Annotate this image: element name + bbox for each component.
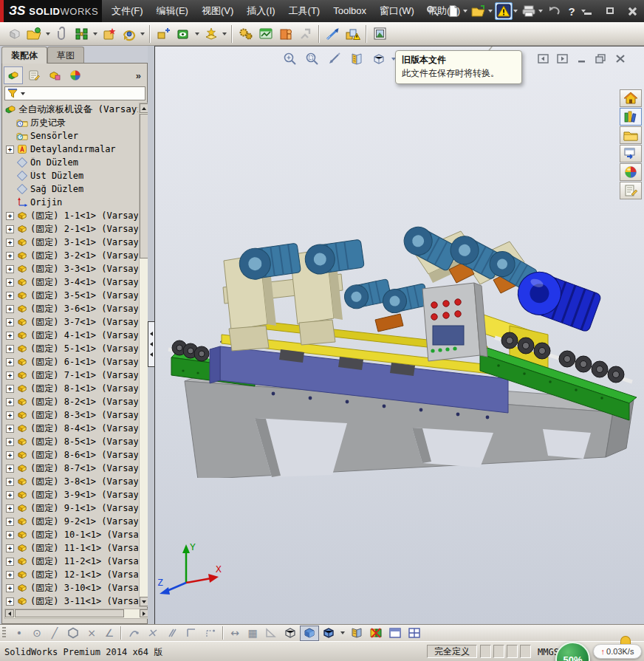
- expand-icon[interactable]: +: [6, 398, 14, 406]
- search-icon[interactable]: [426, 5, 438, 17]
- view-palette-tab[interactable]: [620, 145, 642, 162]
- save-old-version-button[interactable]: [495, 2, 513, 20]
- relation-tool-1-icon[interactable]: [124, 626, 143, 641]
- print-caret[interactable]: [538, 10, 543, 13]
- save-caret[interactable]: [513, 10, 518, 13]
- dimension-tool-icon[interactable]: ↔: [226, 626, 244, 640]
- appearances-scenes-tab[interactable]: [620, 163, 642, 181]
- document-close-button[interactable]: [614, 53, 626, 64]
- expand-icon[interactable]: +: [6, 371, 14, 380]
- expand-icon[interactable]: +: [6, 518, 14, 526]
- close-button[interactable]: [625, 5, 640, 16]
- tree-component[interactable]: +(固定) 3-2<1> (Varsayıla: [4, 249, 138, 262]
- expand-icon[interactable]: +: [6, 145, 14, 154]
- mate-caret[interactable]: [93, 32, 97, 35]
- tree-item-plane[interactable]: Ön Düzlem: [4, 156, 138, 169]
- grid-tool-icon[interactable]: ▦: [244, 626, 261, 640]
- expand-icon[interactable]: +: [6, 358, 14, 366]
- attachments-button[interactable]: [52, 24, 72, 44]
- maximize-button[interactable]: [603, 5, 617, 16]
- menu-file[interactable]: 文件(F): [105, 0, 150, 22]
- open-in-assembly-button[interactable]: [24, 24, 44, 44]
- menu-toolbox[interactable]: Toolbox: [326, 0, 373, 22]
- screen-capture-button[interactable]: [370, 24, 390, 44]
- new-document-caret[interactable]: [463, 10, 467, 13]
- tree-component[interactable]: +(固定) 3-4<1> (Varsayıla: [4, 275, 138, 289]
- section-view-button[interactable]: [347, 49, 366, 68]
- print-button[interactable]: [520, 2, 538, 20]
- measure-button[interactable]: [323, 24, 343, 44]
- menu-insert[interactable]: 插入(I): [240, 0, 281, 22]
- relation-tool-4-icon[interactable]: [182, 626, 201, 641]
- help-button[interactable]: ?: [563, 2, 580, 20]
- panel-collapse-handle[interactable]: [148, 321, 155, 367]
- insert-component-button[interactable]: [4, 24, 24, 44]
- expand-icon[interactable]: +: [6, 332, 14, 340]
- display-manager-tab[interactable]: [66, 66, 85, 84]
- panel-splitter[interactable]: [148, 46, 155, 624]
- tree-component[interactable]: +(固定) 5-1<1> (Varsayıla: [4, 342, 138, 355]
- rotate-component-button[interactable]: [119, 24, 139, 44]
- tree-component[interactable]: +(固定) 6-1<1> (Varsayıla: [4, 355, 138, 369]
- shaded-edges-style-button[interactable]: [319, 626, 338, 641]
- tree-component[interactable]: +(固定) 3-10<1> (Varsayıl: [4, 581, 138, 595]
- expand-icon[interactable]: +: [6, 597, 14, 606]
- no-section-button[interactable]: [366, 626, 386, 641]
- assembly-features-caret[interactable]: [222, 32, 227, 35]
- previous-window-button[interactable]: [537, 53, 549, 64]
- tree-component[interactable]: +(固定) 2-1<1> (Varsayıla: [4, 222, 138, 236]
- tree-component[interactable]: +(固定) 7-1<1> (Varsayıla: [4, 369, 138, 382]
- tree-item-hist[interactable]: 历史记录: [4, 116, 138, 129]
- expand-icon[interactable]: +: [6, 544, 14, 552]
- tree-component[interactable]: +(固定) 3-8<1> (Varsayıla: [4, 475, 138, 488]
- tree-component[interactable]: +(固定) 11-2<1> (Varsayıl: [4, 555, 138, 568]
- angle-tool-icon[interactable]: ∠: [100, 626, 118, 640]
- custom-properties-tab[interactable]: [620, 182, 642, 199]
- expand-icon[interactable]: +: [6, 558, 14, 566]
- expand-icon[interactable]: +: [6, 305, 14, 313]
- line-tool-icon[interactable]: ╱: [46, 626, 64, 640]
- design-library-tab[interactable]: [620, 108, 642, 126]
- new-document-button[interactable]: [445, 2, 462, 20]
- display-style-caret[interactable]: [340, 631, 345, 634]
- expand-icon[interactable]: +: [6, 465, 14, 473]
- tree-item-ann[interactable]: +Detaylandırmalar: [4, 143, 138, 156]
- zoom-to-area-button[interactable]: [303, 49, 321, 68]
- tree-component[interactable]: +(固定) 8-6<1> (Varsayıla: [4, 448, 138, 462]
- triangle-tool-icon[interactable]: [261, 626, 281, 641]
- expand-icon[interactable]: +: [6, 504, 14, 513]
- tree-component[interactable]: +(固定) 10-1<1> (Varsayıl: [4, 528, 138, 541]
- floating-widget-peek-icon[interactable]: [620, 636, 631, 644]
- tree-component[interactable]: +(固定) 8-5<1> (Varsayıla: [4, 435, 138, 448]
- tree-component[interactable]: +(固定) 8-3<1> (Varsayıla: [4, 408, 138, 422]
- expand-icon[interactable]: +: [6, 239, 14, 247]
- tree-component[interactable]: +(固定) 3-7<1> (Varsayıla: [4, 315, 138, 329]
- hide-show-caret[interactable]: [195, 32, 199, 35]
- tree-component[interactable]: +(固定) 11-1<1> (Varsayıl: [4, 541, 138, 555]
- expand-icon[interactable]: +: [6, 451, 14, 459]
- expand-icon[interactable]: +: [6, 278, 14, 287]
- filter-caret-icon[interactable]: [21, 92, 25, 95]
- mass-properties-button[interactable]: [236, 24, 256, 44]
- expand-icon[interactable]: +: [6, 345, 14, 353]
- expand-icon[interactable]: +: [6, 292, 14, 300]
- tree-component[interactable]: +(固定) 4-1<1> (Varsayıla: [4, 329, 138, 342]
- expand-icon[interactable]: +: [6, 491, 14, 499]
- relation-tool-5-icon[interactable]: [201, 626, 220, 641]
- expand-icon[interactable]: +: [6, 252, 14, 260]
- shaded-style-button[interactable]: [300, 626, 319, 641]
- tree-component[interactable]: +(固定) 8-4<1> (Varsayıla: [4, 422, 138, 435]
- document-minimize-button[interactable]: [575, 53, 588, 64]
- tree-component[interactable]: +(固定) 8-2<1> (Varsayıla: [4, 395, 138, 408]
- manager-overflow-button[interactable]: »: [136, 70, 141, 81]
- expand-icon[interactable]: +: [6, 571, 14, 579]
- expand-icon[interactable]: +: [6, 438, 14, 446]
- open-document-button[interactable]: [470, 2, 487, 20]
- relation-tool-3-icon[interactable]: [162, 626, 182, 641]
- machine-3d-model[interactable]: [162, 218, 643, 478]
- expand-icon[interactable]: +: [6, 212, 14, 220]
- mate-button[interactable]: [72, 24, 92, 44]
- tree-root-assembly[interactable]: 全自动滚板机设备 (Varsayıl: [4, 103, 138, 116]
- trim-tool-icon[interactable]: ×: [83, 626, 100, 640]
- next-window-button[interactable]: [556, 53, 569, 64]
